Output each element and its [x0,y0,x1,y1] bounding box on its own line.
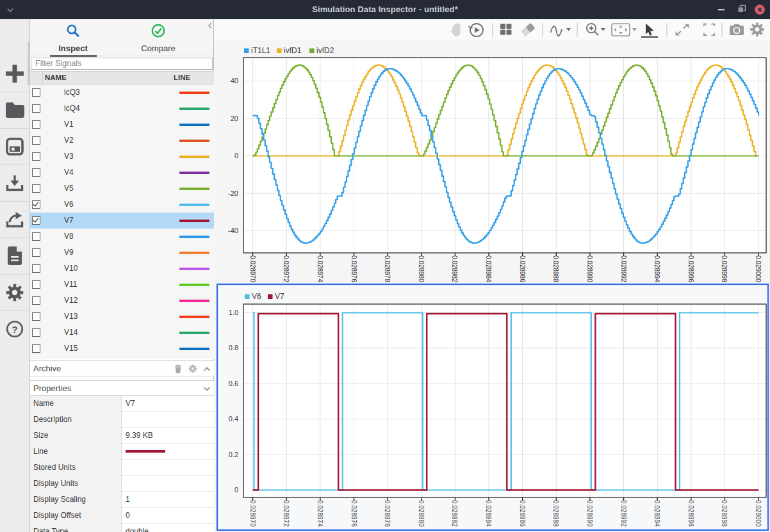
svg-text:iT1L1: iT1L1 [251,46,270,55]
svg-text:0.028984: 0.028984 [485,255,492,282]
svg-text:ivfD1: ivfD1 [284,46,302,55]
svg-text:0.028988: 0.028988 [552,500,559,527]
svg-text:0.028994: 0.028994 [653,500,660,527]
svg-text:0.029000: 0.029000 [755,500,762,527]
svg-text:0.028972: 0.028972 [283,500,290,527]
svg-text:?: ? [12,323,17,334]
svg-text:20: 20 [231,115,238,122]
svg-text:0.028992: 0.028992 [620,500,627,527]
svg-text:-20: -20 [228,189,238,197]
svg-text:0.028998: 0.028998 [721,255,728,282]
svg-text:0.028970: 0.028970 [249,255,256,282]
svg-text:0.028992: 0.028992 [620,255,627,282]
svg-text:0.029000: 0.029000 [755,255,762,282]
svg-text:0.028986: 0.028986 [519,255,526,282]
svg-text:0.028974: 0.028974 [316,500,324,527]
svg-text:0.028990: 0.028990 [586,500,593,527]
svg-text:0: 0 [234,486,238,494]
svg-text:-40: -40 [228,227,238,234]
svg-text:0.4: 0.4 [229,415,238,423]
svg-text:0.028996: 0.028996 [687,500,694,527]
svg-text:0.028990: 0.028990 [586,255,593,282]
svg-text:0.028996: 0.028996 [687,255,694,282]
svg-text:ivfD2: ivfD2 [316,46,334,55]
svg-text:0.028998: 0.028998 [721,500,728,527]
svg-text:40: 40 [231,77,238,85]
svg-text:0.6: 0.6 [229,380,238,387]
svg-text:0.028980: 0.028980 [418,500,425,527]
svg-text:0.2: 0.2 [229,451,238,458]
svg-text:0.028984: 0.028984 [485,500,492,527]
svg-text:0.028970: 0.028970 [249,500,256,527]
svg-text:0.028982: 0.028982 [451,255,458,282]
svg-text:0.028982: 0.028982 [451,500,458,527]
svg-text:0.028988: 0.028988 [552,255,559,282]
svg-text:0.028976: 0.028976 [350,255,357,282]
svg-text:0: 0 [234,152,238,159]
svg-text:V6: V6 [252,292,261,301]
svg-text:0.028972: 0.028972 [283,255,290,282]
svg-text:0.028978: 0.028978 [384,500,391,527]
svg-text:0.028980: 0.028980 [418,255,425,282]
svg-text:0.028994: 0.028994 [653,255,660,282]
svg-text:1.0: 1.0 [229,309,238,316]
svg-text:V7: V7 [275,292,284,301]
svg-text:0.028978: 0.028978 [384,255,391,282]
svg-text:0.028986: 0.028986 [519,500,526,527]
svg-text:0.028976: 0.028976 [350,500,357,527]
svg-text:0.028974: 0.028974 [316,255,324,282]
svg-text:0.8: 0.8 [229,344,238,351]
